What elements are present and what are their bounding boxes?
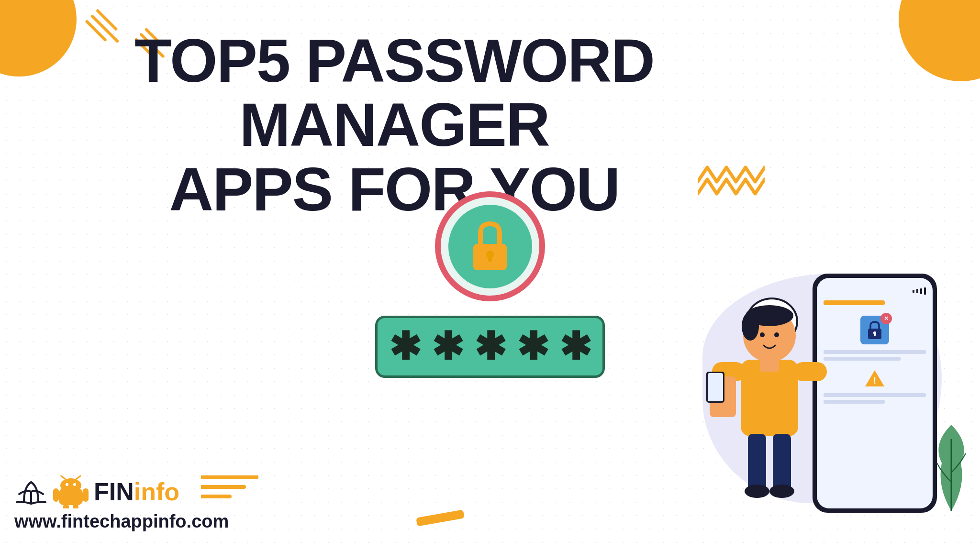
logo-row: FINinfo bbox=[14, 475, 229, 508]
svg-rect-8 bbox=[874, 333, 876, 336]
svg-point-24 bbox=[769, 485, 794, 498]
logo-text-container: FINinfo bbox=[94, 477, 179, 506]
svg-line-31 bbox=[61, 476, 66, 480]
svg-point-26 bbox=[774, 332, 779, 337]
logo-container: FINinfo www.fintechappinfo.com bbox=[14, 475, 229, 532]
main-title-line1: TOP5 PASSWORD MANAGER bbox=[86, 29, 702, 157]
phone-input-lines-2 bbox=[824, 393, 926, 404]
lock-icon bbox=[466, 220, 514, 273]
right-illustration: ? ✕ bbox=[655, 178, 980, 551]
asterisk-2: ✱ bbox=[432, 328, 464, 366]
svg-rect-5 bbox=[488, 254, 492, 262]
svg-rect-22 bbox=[773, 434, 791, 491]
svg-line-32 bbox=[76, 476, 80, 480]
asterisk-4: ✱ bbox=[517, 328, 549, 366]
leaf-decoration bbox=[927, 415, 975, 513]
svg-point-23 bbox=[745, 485, 769, 498]
svg-point-13 bbox=[742, 312, 759, 341]
lock-container: ✱ ✱ ✱ ✱ ✱ bbox=[375, 191, 605, 378]
svg-rect-20 bbox=[760, 357, 779, 372]
asterisk-1: ✱ bbox=[389, 328, 421, 366]
svg-rect-33 bbox=[53, 488, 59, 502]
asterisk-5: ✱ bbox=[559, 328, 591, 366]
asterisk-3: ✱ bbox=[474, 328, 506, 366]
svg-text:!: ! bbox=[873, 376, 876, 386]
logo-info-text: info bbox=[134, 477, 179, 506]
phone-x-badge: ✕ bbox=[880, 313, 892, 324]
lock-circle-inner bbox=[448, 205, 532, 288]
svg-rect-19 bbox=[708, 373, 723, 401]
logo-url: www.fintechappinfo.com bbox=[14, 511, 229, 532]
svg-rect-21 bbox=[748, 434, 766, 491]
warning-triangle: ! bbox=[864, 369, 885, 387]
password-field: ✱ ✱ ✱ ✱ ✱ bbox=[375, 316, 605, 378]
svg-point-28 bbox=[60, 478, 81, 493]
svg-point-25 bbox=[760, 332, 765, 337]
svg-rect-16 bbox=[793, 362, 827, 381]
svg-rect-34 bbox=[83, 488, 89, 502]
android-icon bbox=[52, 475, 90, 508]
lock-circle bbox=[435, 191, 545, 301]
phone-status-bar bbox=[824, 287, 926, 295]
logo-brand-text: FIN bbox=[94, 477, 134, 506]
phone-input-lines bbox=[824, 350, 926, 361]
person-figure bbox=[702, 298, 836, 518]
svg-point-30 bbox=[73, 483, 76, 486]
svg-point-29 bbox=[66, 483, 68, 486]
plant-icon bbox=[14, 477, 48, 506]
